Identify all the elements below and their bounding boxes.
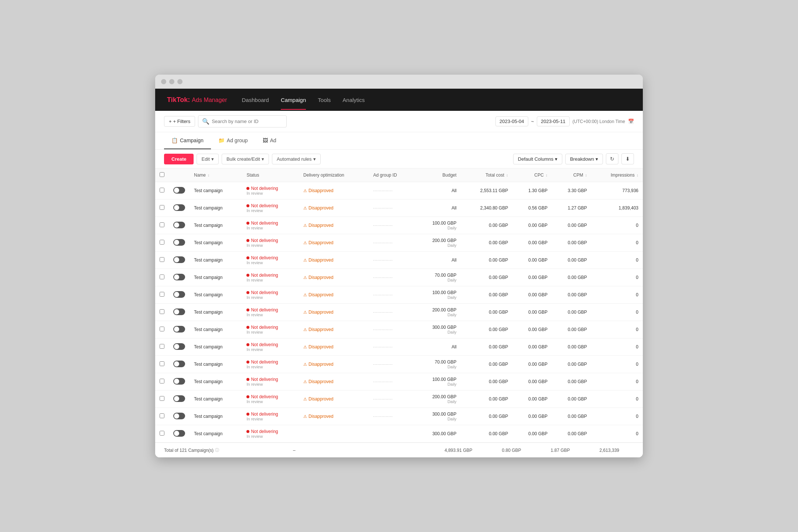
tab-adgroup[interactable]: 📁 Ad group: [211, 132, 255, 149]
browser-dot-min[interactable]: [169, 79, 174, 84]
campaign-toggle[interactable]: [173, 343, 185, 350]
campaign-toggle[interactable]: [173, 308, 185, 315]
name-header[interactable]: Name ↕: [190, 168, 242, 182]
status-header[interactable]: Status: [242, 168, 299, 182]
row-toggle-cell[interactable]: [169, 338, 190, 356]
row-toggle-cell[interactable]: [169, 252, 190, 269]
row-checkbox-cell[interactable]: [155, 321, 169, 338]
campaign-toggle[interactable]: [173, 395, 185, 402]
campaign-toggle[interactable]: [173, 413, 185, 419]
delivery-header[interactable]: Delivery optimization: [299, 168, 369, 182]
row-checkbox-cell[interactable]: [155, 373, 169, 391]
row-toggle-cell[interactable]: [169, 182, 190, 200]
row-checkbox[interactable]: [160, 327, 164, 331]
nav-item-analytics[interactable]: Analytics: [342, 90, 365, 110]
campaign-toggle[interactable]: [173, 187, 185, 194]
total-cost-header[interactable]: Total cost ↕: [461, 168, 513, 182]
breakdown-button[interactable]: Breakdown ▾: [565, 154, 603, 164]
row-toggle-cell[interactable]: [169, 321, 190, 338]
campaign-toggle[interactable]: [173, 222, 185, 228]
bulk-create-button[interactable]: Bulk create/Edit ▾: [222, 154, 269, 164]
row-toggle-cell[interactable]: [169, 286, 190, 304]
date-start[interactable]: 2023-05-04: [495, 116, 528, 126]
row-checkbox[interactable]: [160, 274, 164, 279]
row-checkbox[interactable]: [160, 413, 164, 418]
row-checkbox-cell[interactable]: [155, 408, 169, 425]
row-checkbox-cell[interactable]: [155, 356, 169, 373]
filter-button[interactable]: + + Filters: [164, 116, 195, 127]
campaign-toggle[interactable]: [173, 274, 185, 280]
status-indicator: Not delivering: [246, 273, 294, 278]
browser-dot-max[interactable]: [177, 79, 183, 84]
browser-dot-close[interactable]: [161, 79, 166, 84]
row-checkbox-cell[interactable]: [155, 182, 169, 200]
select-all-header[interactable]: [155, 168, 169, 182]
row-checkbox[interactable]: [160, 188, 164, 192]
row-toggle-cell[interactable]: [169, 217, 190, 234]
row-checkbox-cell[interactable]: [155, 286, 169, 304]
row-toggle-cell[interactable]: [169, 304, 190, 321]
campaign-toggle[interactable]: [173, 378, 185, 385]
budget-header[interactable]: Budget: [415, 168, 461, 182]
row-checkbox[interactable]: [160, 257, 164, 262]
campaign-toggle[interactable]: [173, 291, 185, 298]
row-checkbox[interactable]: [160, 292, 164, 297]
campaign-toggle[interactable]: [173, 430, 185, 437]
row-toggle-cell[interactable]: [169, 408, 190, 425]
row-checkbox-cell[interactable]: [155, 269, 169, 286]
row-toggle-cell[interactable]: [169, 391, 190, 408]
row-checkbox-cell[interactable]: [155, 304, 169, 321]
tab-campaign[interactable]: 📋 Campaign: [164, 132, 211, 149]
row-checkbox-cell[interactable]: [155, 252, 169, 269]
cpc-header[interactable]: CPC ↕: [512, 168, 552, 182]
row-checkbox[interactable]: [160, 309, 164, 314]
row-toggle-cell[interactable]: [169, 269, 190, 286]
warning-icon: ⚠: [303, 188, 307, 193]
select-all-checkbox[interactable]: [160, 172, 164, 177]
row-checkbox[interactable]: [160, 361, 164, 366]
date-end[interactable]: 2023-05-11: [537, 116, 570, 126]
campaign-name: Test campaign: [194, 275, 222, 280]
default-columns-button[interactable]: Default Columns ▾: [513, 154, 562, 164]
row-toggle-cell[interactable]: [169, 234, 190, 252]
adgroup-id-header[interactable]: Ad group ID: [369, 168, 415, 182]
nav-item-dashboard[interactable]: Dashboard: [242, 90, 269, 110]
row-cpc-cell: 1.30 GBP: [512, 182, 552, 200]
campaign-toggle[interactable]: [173, 256, 185, 263]
cpm-value: 0.00 GBP: [568, 362, 587, 367]
row-checkbox-cell[interactable]: [155, 391, 169, 408]
nav-item-campaign[interactable]: Campaign: [281, 90, 306, 110]
nav-item-tools[interactable]: Tools: [318, 90, 331, 110]
row-toggle-cell[interactable]: [169, 373, 190, 391]
row-checkbox[interactable]: [160, 396, 164, 401]
campaign-toggle[interactable]: [173, 361, 185, 367]
row-checkbox-cell[interactable]: [155, 217, 169, 234]
row-toggle-cell[interactable]: [169, 200, 190, 217]
refresh-button[interactable]: ↻: [606, 153, 618, 164]
campaign-toggle[interactable]: [173, 239, 185, 246]
row-checkbox[interactable]: [160, 205, 164, 210]
row-checkbox-cell[interactable]: [155, 425, 169, 443]
row-toggle-cell[interactable]: [169, 425, 190, 443]
row-checkbox[interactable]: [160, 344, 164, 349]
create-button[interactable]: Create: [164, 154, 194, 164]
edit-button[interactable]: Edit ▾: [197, 154, 218, 164]
row-checkbox[interactable]: [160, 240, 164, 245]
cpm-header[interactable]: CPM ↕: [552, 168, 591, 182]
automated-rules-button[interactable]: Automated rules ▾: [272, 154, 321, 164]
row-checkbox-cell[interactable]: [155, 338, 169, 356]
row-toggle-cell[interactable]: [169, 356, 190, 373]
impressions-header[interactable]: Impressions ↕: [591, 168, 643, 182]
campaign-toggle[interactable]: [173, 204, 185, 211]
row-checkbox[interactable]: [160, 379, 164, 383]
edit-label: Edit: [201, 156, 209, 162]
row-checkbox[interactable]: [160, 431, 164, 436]
campaign-toggle[interactable]: [173, 326, 185, 332]
download-button[interactable]: ⬇: [621, 153, 634, 164]
tab-ad[interactable]: 🖼 Ad: [255, 132, 284, 149]
row-checkbox-cell[interactable]: [155, 200, 169, 217]
search-input[interactable]: [212, 119, 283, 124]
row-checkbox-cell[interactable]: [155, 234, 169, 252]
row-checkbox[interactable]: [160, 222, 164, 227]
calendar-icon[interactable]: 📅: [628, 119, 634, 124]
